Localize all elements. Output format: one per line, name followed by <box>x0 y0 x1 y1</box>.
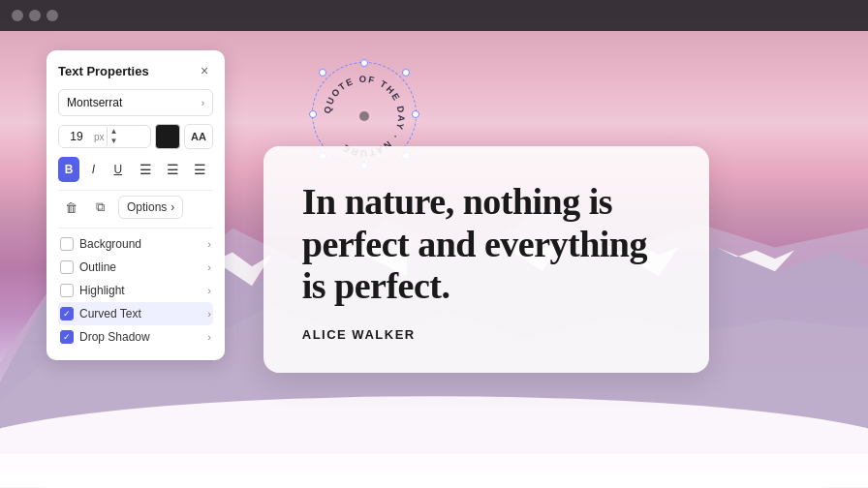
prop-checkbox-background[interactable] <box>60 237 74 251</box>
prop-chevron-curved: › <box>207 308 211 320</box>
size-arrows: ▲ ▼ <box>107 127 121 146</box>
titlebar-dot-1 <box>12 10 23 21</box>
delete-button[interactable]: 🗑 <box>58 195 83 220</box>
prop-label-background: Background <box>79 237 141 251</box>
font-name: Montserrat <box>67 96 122 109</box>
aa-button[interactable]: AA <box>184 124 213 149</box>
bold-button[interactable]: B <box>58 157 79 182</box>
align-right-button[interactable]: ☰ <box>188 157 213 182</box>
prop-label-outline: Outline <box>79 260 116 274</box>
align-left-button[interactable]: ☰ <box>134 157 159 182</box>
size-up-arrow[interactable]: ▲ <box>108 127 121 137</box>
prop-chevron-outline: › <box>207 261 211 273</box>
prop-checkbox-dropshadow[interactable] <box>60 330 74 344</box>
font-chevron-icon: › <box>202 98 204 108</box>
property-rows: Background › Outline › Highlight › Curve… <box>58 232 213 349</box>
prop-label-dropshadow: Drop Shadow <box>79 330 150 344</box>
italic-button[interactable]: I <box>82 157 104 182</box>
panel-divider-2 <box>58 228 213 229</box>
prop-label-curved: Curved Text <box>79 307 141 320</box>
panel-title: Text Properties <box>58 64 149 78</box>
quote-card: In nature, nothing is perfect and everyt… <box>264 146 709 373</box>
panel-divider-1 <box>58 190 213 191</box>
align-group: ☰ ☰ ☰ <box>134 157 213 182</box>
prop-left-curved: Curved Text <box>60 307 141 320</box>
options-button[interactable]: Options › <box>118 196 183 219</box>
prop-left-background: Background <box>60 237 141 251</box>
quote-text: In nature, nothing is perfect and everyt… <box>302 181 670 308</box>
svg-point-11 <box>359 111 369 121</box>
prop-checkbox-outline[interactable] <box>60 260 74 274</box>
format-row: B I U ☰ ☰ ☰ <box>58 157 213 182</box>
close-button[interactable]: × <box>196 62 213 79</box>
prop-chevron-background: › <box>207 238 211 250</box>
align-center-button[interactable]: ☰ <box>161 157 186 182</box>
options-label: Options <box>127 200 167 214</box>
badge-handle-top[interactable] <box>360 59 368 67</box>
prop-row-curved[interactable]: Curved Text › <box>58 302 213 325</box>
prop-checkbox-curved[interactable] <box>60 307 74 320</box>
prop-chevron-dropshadow: › <box>207 331 211 343</box>
titlebar-dot-3 <box>46 10 58 21</box>
color-swatch[interactable] <box>155 124 180 149</box>
prop-left-highlight: Highlight <box>60 284 125 297</box>
prop-left-outline: Outline <box>60 260 116 274</box>
panel-header: Text Properties × <box>58 62 213 79</box>
prop-row-dropshadow[interactable]: Drop Shadow › <box>58 325 213 349</box>
font-selector[interactable]: Montserrat › <box>58 89 213 116</box>
font-size-input[interactable] <box>59 126 94 147</box>
prop-checkbox-highlight[interactable] <box>60 284 74 297</box>
prop-chevron-highlight: › <box>207 285 211 296</box>
badge-handle-right[interactable] <box>412 110 419 118</box>
quote-author: Alice Walker <box>302 327 670 342</box>
titlebar-dot-2 <box>29 10 41 21</box>
prop-left-dropshadow: Drop Shadow <box>60 330 150 344</box>
underline-button[interactable]: U <box>108 157 129 182</box>
options-chevron-icon: › <box>170 200 174 214</box>
size-row: px ▲ ▼ AA <box>58 124 213 149</box>
titlebar <box>0 0 868 31</box>
duplicate-button[interactable]: ⧉ <box>87 195 112 220</box>
text-properties-panel: Text Properties × Montserrat › px ▲ ▼ AA… <box>46 50 225 360</box>
size-input-wrap: px ▲ ▼ <box>58 125 151 148</box>
prop-row-outline[interactable]: Outline › <box>58 256 213 279</box>
prop-label-highlight: Highlight <box>79 284 125 297</box>
tools-row: 🗑 ⧉ Options › <box>58 195 213 220</box>
size-down-arrow[interactable]: ▼ <box>108 137 121 146</box>
size-unit: px <box>94 132 107 142</box>
prop-row-background[interactable]: Background › <box>58 232 213 256</box>
prop-row-highlight[interactable]: Highlight › <box>58 279 213 302</box>
